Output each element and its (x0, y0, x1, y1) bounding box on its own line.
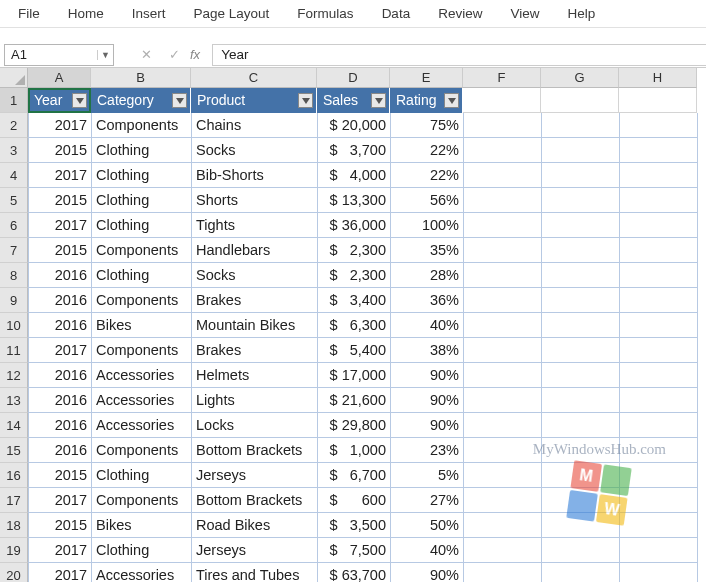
empty-cell[interactable] (542, 388, 620, 413)
col-header-F[interactable]: F (463, 68, 541, 88)
row-header-10[interactable]: 10 (0, 313, 28, 338)
cell-sales[interactable]: $ 7,500 (318, 538, 391, 563)
cell-product[interactable]: Jerseys (192, 538, 318, 563)
cell-category[interactable]: Clothing (92, 163, 192, 188)
row-header-12[interactable]: 12 (0, 363, 28, 388)
empty-cell[interactable] (464, 213, 542, 238)
cell-sales[interactable]: $ 3,700 (318, 138, 391, 163)
cell-category[interactable]: Accessories (92, 388, 192, 413)
cell-sales[interactable]: $ 6,700 (318, 463, 391, 488)
cell-year[interactable]: 2017 (29, 488, 92, 513)
row-header-8[interactable]: 8 (0, 263, 28, 288)
cell-sales[interactable]: $ 17,000 (318, 363, 391, 388)
select-all-corner[interactable] (0, 68, 28, 88)
row-header-7[interactable]: 7 (0, 238, 28, 263)
cell-category[interactable]: Clothing (92, 213, 192, 238)
cell-rating[interactable]: 40% (391, 313, 464, 338)
cell-year[interactable]: 2017 (29, 538, 92, 563)
cell-category[interactable]: Clothing (92, 538, 192, 563)
empty-cell[interactable] (542, 538, 620, 563)
empty-cell[interactable] (464, 138, 542, 163)
cell-category[interactable]: Components (92, 238, 192, 263)
header-product[interactable]: Product (191, 88, 317, 113)
cell-rating[interactable]: 22% (391, 163, 464, 188)
empty-cell[interactable] (542, 163, 620, 188)
name-box-dropdown-icon[interactable]: ▼ (97, 50, 113, 60)
empty-cell[interactable] (464, 113, 542, 138)
cell-rating[interactable]: 40% (391, 538, 464, 563)
empty-cell[interactable] (620, 213, 698, 238)
cell-product[interactable]: Socks (192, 138, 318, 163)
formula-input[interactable] (212, 44, 706, 66)
cell-rating[interactable]: 22% (391, 138, 464, 163)
cell-year[interactable]: 2016 (29, 388, 92, 413)
cell-product[interactable]: Brakes (192, 338, 318, 363)
cell-category[interactable]: Accessories (92, 363, 192, 388)
ribbon-view[interactable]: View (496, 2, 553, 25)
cell-rating[interactable]: 100% (391, 213, 464, 238)
empty-cell[interactable] (542, 113, 620, 138)
cell-category[interactable]: Clothing (92, 263, 192, 288)
cell-category[interactable]: Bikes (92, 313, 192, 338)
enter-icon[interactable]: ✓ (160, 44, 188, 66)
row-header-13[interactable]: 13 (0, 388, 28, 413)
cell-product[interactable]: Shorts (192, 188, 318, 213)
cell-sales[interactable]: $ 29,800 (318, 413, 391, 438)
empty-cell[interactable] (620, 488, 698, 513)
cell-rating[interactable]: 90% (391, 363, 464, 388)
empty-cell[interactable] (464, 163, 542, 188)
cell-rating[interactable]: 5% (391, 463, 464, 488)
cell-year[interactable]: 2017 (29, 338, 92, 363)
empty-cell[interactable] (542, 263, 620, 288)
empty-cell[interactable] (541, 88, 619, 113)
empty-cell[interactable] (542, 438, 620, 463)
col-header-B[interactable]: B (91, 68, 191, 88)
cell-rating[interactable]: 90% (391, 563, 464, 582)
empty-cell[interactable] (542, 238, 620, 263)
empty-cell[interactable] (464, 538, 542, 563)
row-header-19[interactable]: 19 (0, 538, 28, 563)
empty-cell[interactable] (542, 513, 620, 538)
ribbon-formulas[interactable]: Formulas (283, 2, 367, 25)
cell-product[interactable]: Bib-Shorts (192, 163, 318, 188)
header-rating[interactable]: Rating (390, 88, 463, 113)
cell-rating[interactable]: 56% (391, 188, 464, 213)
row-header-15[interactable]: 15 (0, 438, 28, 463)
col-header-E[interactable]: E (390, 68, 463, 88)
cell-year[interactable]: 2015 (29, 238, 92, 263)
cell-product[interactable]: Mountain Bikes (192, 313, 318, 338)
cell-product[interactable]: Helmets (192, 363, 318, 388)
cell-rating[interactable]: 35% (391, 238, 464, 263)
cancel-icon[interactable]: ✕ (132, 44, 160, 66)
cell-year[interactable]: 2017 (29, 213, 92, 238)
cell-sales[interactable]: $ 1,000 (318, 438, 391, 463)
cell-product[interactable]: Brakes (192, 288, 318, 313)
row-header-6[interactable]: 6 (0, 213, 28, 238)
row-header-11[interactable]: 11 (0, 338, 28, 363)
cell-category[interactable]: Clothing (92, 463, 192, 488)
empty-cell[interactable] (620, 513, 698, 538)
cell-sales[interactable]: $ 600 (318, 488, 391, 513)
empty-cell[interactable] (620, 188, 698, 213)
cell-product[interactable]: Chains (192, 113, 318, 138)
cell-sales[interactable]: $ 2,300 (318, 263, 391, 288)
empty-cell[interactable] (463, 88, 541, 113)
empty-cell[interactable] (620, 313, 698, 338)
cell-category[interactable]: Components (92, 338, 192, 363)
empty-cell[interactable] (620, 538, 698, 563)
cell-rating[interactable]: 75% (391, 113, 464, 138)
filter-icon[interactable] (172, 93, 187, 108)
cell-category[interactable]: Bikes (92, 513, 192, 538)
empty-cell[interactable] (620, 338, 698, 363)
cell-product[interactable]: Bottom Brackets (192, 438, 318, 463)
row-header-2[interactable]: 2 (0, 113, 28, 138)
empty-cell[interactable] (542, 313, 620, 338)
ribbon-data[interactable]: Data (368, 2, 425, 25)
ribbon-page-layout[interactable]: Page Layout (180, 2, 284, 25)
empty-cell[interactable] (464, 413, 542, 438)
cell-rating[interactable]: 90% (391, 388, 464, 413)
cell-sales[interactable]: $ 4,000 (318, 163, 391, 188)
filter-icon[interactable] (72, 93, 87, 108)
cell-year[interactable]: 2016 (29, 413, 92, 438)
ribbon-file[interactable]: File (4, 2, 54, 25)
